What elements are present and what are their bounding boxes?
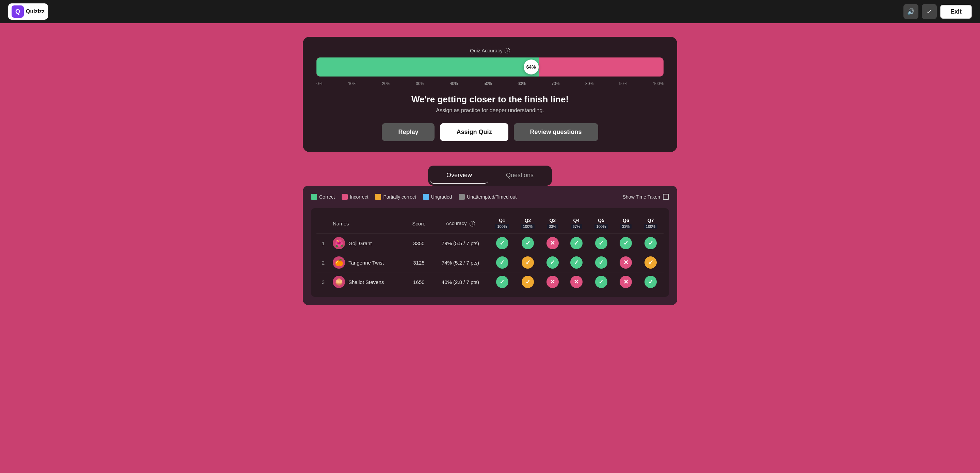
rank-cell: 3 [317, 272, 330, 292]
q4-result-cell[interactable]: ✓ [565, 233, 588, 253]
result-icon: ✓ [522, 237, 534, 249]
player-name: Tangerine Twist [348, 260, 384, 265]
q7-result-cell[interactable]: ✓ [638, 233, 663, 253]
accuracy-label: Quiz Accuracy i [317, 48, 663, 53]
q6-result-cell[interactable]: ✕ [614, 272, 638, 292]
scores-table-container: Names Score Accuracy i Q1 100% [311, 208, 669, 297]
fullscreen-button[interactable]: ⤢ [922, 4, 937, 19]
q2-result-cell[interactable]: ✓ [515, 233, 541, 253]
review-questions-button[interactable]: Review questions [514, 123, 598, 141]
logo-icon: Q [11, 5, 24, 18]
tab-overview[interactable]: Overview [430, 168, 488, 184]
result-icon: ✓ [644, 276, 657, 288]
ungraded-dot [423, 194, 429, 200]
result-sub: Assign as practice for deeper understand… [317, 108, 663, 114]
q1-result-cell[interactable]: ✓ [489, 253, 515, 272]
rank-cell: 2 [317, 253, 330, 272]
correct-dot [311, 194, 317, 200]
player-name: Goji Grant [348, 240, 372, 246]
result-icon: ✓ [496, 256, 508, 269]
score-cell: 3350 [406, 233, 431, 253]
legend-correct: Correct [311, 194, 335, 200]
col-q1: Q1 100% [489, 214, 515, 233]
col-q6: Q6 33% [614, 214, 638, 233]
logo: Q Quizizz [8, 3, 48, 20]
table-row: 2🍊Tangerine Twist312574% (5.2 / 7 pts)✓✓… [317, 253, 663, 272]
result-icon: ✕ [620, 276, 632, 288]
q3-result-cell[interactable]: ✓ [541, 253, 565, 272]
progress-bar: 64% [317, 57, 663, 76]
result-icon: ✕ [546, 237, 559, 249]
exit-button[interactable]: Exit [940, 5, 972, 19]
table-header: Names Score Accuracy i Q1 100% [317, 214, 663, 233]
assign-quiz-button[interactable]: Assign Quiz [440, 123, 508, 141]
q1-result-cell[interactable]: ✓ [489, 272, 515, 292]
sound-button[interactable]: 🔊 [904, 4, 918, 19]
name-cell: 🍊Tangerine Twist [330, 253, 406, 272]
avatar: 🧅 [333, 276, 345, 288]
legend-incorrect: Incorrect [342, 194, 368, 200]
result-icon: ✓ [496, 276, 508, 288]
q3-result-cell[interactable]: ✕ [541, 272, 565, 292]
name-cell: 🧅Shallot Stevens [330, 272, 406, 292]
accuracy-info-icon[interactable]: i [504, 48, 510, 53]
table-body: 1🌺Goji Grant335079% (5.5 / 7 pts)✓✓✕✓✓✓✓… [317, 233, 663, 292]
result-icon: ✓ [595, 276, 608, 288]
q3-result-cell[interactable]: ✕ [541, 233, 565, 253]
col-rank [317, 214, 330, 233]
avatar: 🌺 [333, 237, 345, 249]
nav-right: 🔊 ⤢ Exit [904, 4, 972, 19]
legend-ungraded: Ungraded [423, 194, 452, 200]
unattempted-dot [459, 194, 465, 200]
score-cell: 1650 [406, 272, 431, 292]
incorrect-dot [342, 194, 348, 200]
result-icon: ✓ [644, 237, 657, 249]
q7-result-cell[interactable]: ✓ [638, 253, 663, 272]
q2-result-cell[interactable]: ✓ [515, 253, 541, 272]
q4-result-cell[interactable]: ✕ [565, 272, 588, 292]
result-icon: ✓ [595, 256, 608, 269]
tab-questions[interactable]: Questions [490, 168, 550, 184]
col-accuracy: Accuracy i [431, 214, 489, 233]
result-icon: ✓ [620, 237, 632, 249]
result-icon: ✕ [620, 256, 632, 269]
q2-result-cell[interactable]: ✓ [515, 272, 541, 292]
action-buttons: Replay Assign Quiz Review questions [317, 123, 663, 141]
q7-result-cell[interactable]: ✓ [638, 272, 663, 292]
accuracy-cell: 74% (5.2 / 7 pts) [431, 253, 489, 272]
progress-label: 64% [524, 60, 539, 75]
col-q4: Q4 67% [565, 214, 588, 233]
result-card: Quiz Accuracy i 64% 0% 10% 20% 30% 40% 5… [303, 37, 677, 152]
q5-result-cell[interactable]: ✓ [588, 253, 614, 272]
result-icon: ✓ [595, 237, 608, 249]
overview-panel: Correct Incorrect Partially correct Ungr… [303, 186, 677, 305]
q6-result-cell[interactable]: ✕ [614, 253, 638, 272]
q4-result-cell[interactable]: ✓ [565, 253, 588, 272]
col-q5: Q5 100% [588, 214, 614, 233]
show-time-checkbox[interactable] [663, 194, 669, 200]
legend-unattempted: Unattempted/Timed out [459, 194, 517, 200]
col-names: Names [330, 214, 406, 233]
scores-table: Names Score Accuracy i Q1 100% [317, 214, 663, 291]
result-icon: ✕ [546, 276, 559, 288]
score-cell: 3125 [406, 253, 431, 272]
q6-result-cell[interactable]: ✓ [614, 233, 638, 253]
result-icon: ✓ [522, 276, 534, 288]
progress-bar-fill [317, 57, 539, 76]
col-q3: Q3 33% [541, 214, 565, 233]
replay-button[interactable]: Replay [382, 123, 434, 141]
accuracy-cell: 40% (2.8 / 7 pts) [431, 272, 489, 292]
accuracy-cell: 79% (5.5 / 7 pts) [431, 233, 489, 253]
rank-cell: 1 [317, 233, 330, 253]
name-cell: 🌺Goji Grant [330, 233, 406, 253]
accuracy-col-info-icon[interactable]: i [469, 221, 475, 227]
legend: Correct Incorrect Partially correct Ungr… [311, 194, 669, 200]
q1-result-cell[interactable]: ✓ [489, 233, 515, 253]
logo-text: Quizizz [26, 8, 45, 14]
col-score: Score [406, 214, 431, 233]
q5-result-cell[interactable]: ✓ [588, 233, 614, 253]
col-q7: Q7 100% [638, 214, 663, 233]
q5-result-cell[interactable]: ✓ [588, 272, 614, 292]
result-icon: ✓ [522, 256, 534, 269]
result-icon: ✓ [546, 256, 559, 269]
